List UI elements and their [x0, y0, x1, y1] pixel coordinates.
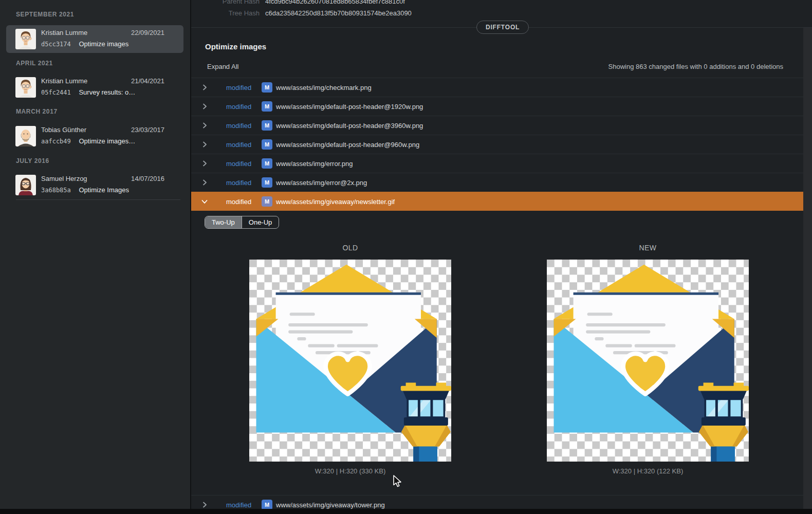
- expand-all-link[interactable]: Expand All: [207, 63, 238, 70]
- old-image-label: OLD: [249, 244, 452, 252]
- file-row-error-2x[interactable]: modified M www/assets/img/error@2x.png: [191, 173, 803, 192]
- file-path: www/assets/img/giveaway/tower.png: [276, 501, 385, 509]
- commit-line1: Kristian Lumme 22/09/2021: [41, 29, 178, 38]
- avatar: [15, 175, 36, 195]
- changed-files-summary: Showing 863 changed files with 0 additio…: [608, 63, 783, 70]
- parent-hash-row: Parent Hash 4fcd9bc94b262607081ed8b65834…: [191, 0, 812, 7]
- file-path: www/assets/img/default-post-header@1920w…: [276, 103, 423, 111]
- commit-line2: 05fc2441 Survey results: o…: [41, 88, 178, 98]
- file-status: modified: [226, 103, 251, 111]
- chevron-right-icon[interactable]: [201, 122, 208, 128]
- modified-badge: M: [262, 82, 272, 93]
- modified-badge: M: [262, 139, 272, 150]
- file-status: modified: [226, 84, 251, 91]
- avatar: [15, 77, 36, 98]
- file-path: www/assets/img/checkmark.png: [276, 84, 372, 91]
- chevron-right-icon[interactable]: [201, 502, 208, 508]
- commit-message: Optimize Images: [79, 186, 129, 194]
- commit-hash: 3a68b85a: [41, 187, 71, 194]
- difftool-button[interactable]: DIFFTOOL: [476, 21, 529, 34]
- commit-date: 23/03/2017: [131, 126, 164, 134]
- two-up-button[interactable]: Two-Up: [205, 216, 242, 228]
- month-header: JULY 2016: [16, 157, 49, 165]
- one-up-button[interactable]: One-Up: [242, 216, 279, 228]
- modified-badge: M: [262, 158, 272, 169]
- file-status: modified: [226, 198, 251, 206]
- commit-line1: Kristian Lumme 21/04/2021: [41, 77, 178, 86]
- view-mode-toggle: Two-Up One-Up: [205, 216, 279, 229]
- commit-hash: 05fc2441: [41, 89, 71, 96]
- modified-badge: M: [262, 101, 272, 112]
- file-row-error[interactable]: modified M www/assets/img/error.png: [191, 154, 803, 173]
- tree-hash-value: c6da235842250d813f5b70b80931574be2ea3090: [265, 8, 412, 19]
- commit-date: 14/07/2016: [131, 175, 164, 182]
- commit-row-05fc2441[interactable]: Kristian Lumme 21/04/2021 05fc2441 Surve…: [6, 74, 183, 101]
- file-path: www/assets/img/default-post-header@960w.…: [276, 141, 419, 149]
- scrollbar-gutter[interactable]: [803, 28, 812, 509]
- chevron-right-icon[interactable]: [201, 179, 208, 186]
- file-row-header-1920w[interactable]: modified M www/assets/img/default-post-h…: [191, 97, 803, 116]
- file-path: www/assets/img/default-post-header@3960w…: [276, 122, 423, 130]
- old-image-preview: [249, 260, 452, 462]
- new-image-preview: [546, 260, 749, 462]
- file-status: modified: [226, 122, 251, 130]
- file-row-newsletter-selected[interactable]: modified M www/assets/img/giveaway/newsl…: [191, 192, 803, 211]
- commit-hash: aafccb49: [41, 138, 71, 145]
- commit-message: Optimize images: [79, 40, 128, 48]
- commit-history-sidebar: SEPTEMBER 2021 Kristian Lumme 22/09/2021…: [0, 0, 190, 514]
- commit-author: Tobias Günther: [41, 126, 86, 134]
- modified-badge: M: [262, 500, 272, 510]
- modified-badge: M: [262, 120, 272, 131]
- modified-badge: M: [262, 177, 272, 188]
- commit-author: Samuel Herzog: [41, 175, 87, 182]
- chevron-right-icon[interactable]: [201, 160, 208, 167]
- month-header: MARCH 2017: [16, 107, 58, 116]
- chevron-right-icon[interactable]: [201, 141, 208, 148]
- window-bottom-bar: [0, 509, 812, 514]
- tree-hash-row: Tree Hash c6da235842250d813f5b70b8093157…: [191, 8, 812, 19]
- commit-message: Optimize images…: [79, 137, 135, 145]
- avatar: [15, 126, 36, 146]
- file-path: www/assets/img/error@2x.png: [276, 179, 367, 187]
- file-status: modified: [226, 501, 251, 509]
- commit-message: Survey results: o…: [79, 88, 135, 96]
- mouse-cursor: [392, 474, 403, 488]
- month-header: APRIL 2021: [16, 59, 53, 67]
- tree-hash-label: Tree Hash: [191, 8, 260, 19]
- commit-date: 21/04/2021: [131, 77, 164, 85]
- avatar: [15, 29, 36, 49]
- commit-line2: d5cc3174 Optimize images: [41, 40, 178, 49]
- file-row-checkmark[interactable]: modified M www/assets/img/checkmark.png: [191, 78, 803, 97]
- commit-detail-panel: Parent Hash 4fcd9bc94b262607081ed8b65834…: [191, 0, 812, 514]
- commit-date: 22/09/2021: [131, 29, 164, 36]
- commit-line2: aafccb49 Optimize images…: [41, 137, 178, 146]
- sidebar-separator: [16, 199, 180, 200]
- file-path: www/assets/img/giveaway/newsletter.gif: [276, 198, 395, 206]
- file-status: modified: [226, 160, 251, 168]
- file-status: modified: [226, 141, 251, 149]
- commit-row-d5cc3174[interactable]: Kristian Lumme 22/09/2021 d5cc3174 Optim…: [6, 25, 183, 53]
- file-row-header-3960w[interactable]: modified M www/assets/img/default-post-h…: [191, 116, 803, 135]
- commit-row-aafccb49[interactable]: Tobias Günther 23/03/2017 aafccb49 Optim…: [6, 122, 183, 150]
- commit-hash: d5cc3174: [41, 41, 71, 48]
- chevron-down-icon[interactable]: [201, 198, 208, 205]
- chevron-right-icon[interactable]: [201, 84, 208, 90]
- commit-author: Kristian Lumme: [41, 29, 87, 36]
- commit-line1: Samuel Herzog 14/07/2016: [41, 175, 178, 184]
- new-image-label: NEW: [546, 244, 749, 252]
- old-image-caption: W:320 | H:320 (330 KB): [249, 467, 452, 475]
- chevron-right-icon[interactable]: [201, 103, 208, 109]
- parent-hash-value: 4fcd9bc94b262607081ed8b65834fbef7c881c0f: [265, 0, 405, 7]
- file-status: modified: [226, 179, 251, 187]
- file-path: www/assets/img/error.png: [276, 160, 353, 168]
- commit-line1: Tobias Günther 23/03/2017: [41, 126, 178, 135]
- parent-hash-label: Parent Hash: [191, 0, 260, 7]
- commit-row-3a68b85a[interactable]: Samuel Herzog 14/07/2016 3a68b85a Optimi…: [6, 171, 183, 199]
- commit-line2: 3a68b85a Optimize Images: [41, 186, 178, 195]
- app-window: SEPTEMBER 2021 Kristian Lumme 22/09/2021…: [0, 0, 812, 514]
- modified-badge: M: [262, 196, 272, 207]
- file-row-header-960w[interactable]: modified M www/assets/img/default-post-h…: [191, 135, 803, 154]
- month-header: SEPTEMBER 2021: [16, 10, 74, 19]
- commit-title: Optimize images: [205, 42, 266, 51]
- commit-author: Kristian Lumme: [41, 77, 87, 85]
